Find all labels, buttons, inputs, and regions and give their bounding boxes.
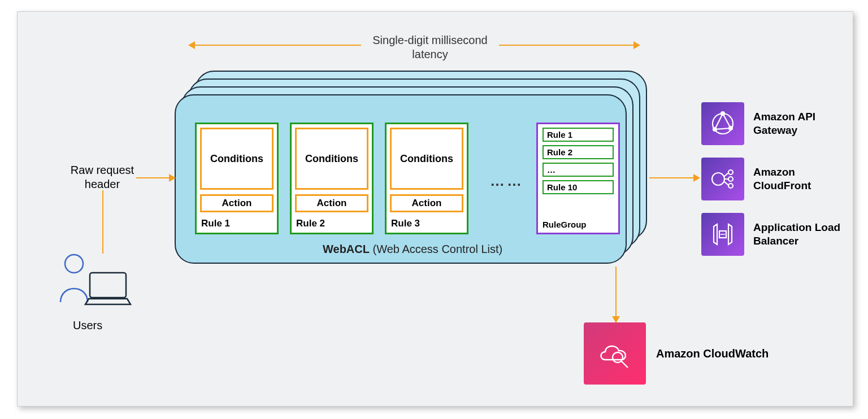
rule-3-label: Rule 3 [391, 218, 420, 229]
service-api-gateway-label: Amazon API Gateway [753, 110, 847, 137]
diagram-canvas: Single-digit millisecond latency Conditi… [17, 11, 853, 407]
svg-rect-1 [90, 273, 126, 298]
svg-point-0 [65, 255, 83, 273]
service-alb: Application Load Balancer [701, 213, 847, 256]
rulegroup-item-2: Rule 2 [542, 145, 614, 159]
webacl-caption-bold: WebACL [323, 243, 370, 255]
services-column: Amazon API Gateway Amazon CloudFront [701, 102, 847, 268]
rule-1: Conditions Action Rule 1 [195, 123, 279, 234]
cloudwatch-icon [584, 322, 646, 385]
rule-2: Conditions Action Rule 2 [290, 123, 374, 234]
latency-label: Single-digit millisecond latency [368, 33, 492, 62]
rule-2-label: Rule 2 [296, 218, 325, 229]
rule-3-conditions: Conditions [390, 128, 463, 190]
arrow-to-cloudwatch [615, 267, 617, 317]
users-label: Users [73, 319, 102, 332]
cloudwatch-label: Amazon CloudWatch [656, 347, 769, 361]
rule-3: Conditions Action Rule 3 [385, 123, 468, 234]
webacl-stack: Conditions Action Rule 1 Conditions Acti… [175, 71, 648, 264]
svg-point-7 [728, 170, 733, 174]
rule-1-conditions: Conditions [200, 128, 274, 190]
rule-1-label: Rule 1 [201, 218, 230, 229]
rules-row: Conditions Action Rule 1 Conditions Acti… [195, 123, 468, 234]
users-icon [53, 250, 132, 315]
svg-point-11 [613, 352, 623, 363]
svg-point-6 [712, 173, 724, 185]
alb-icon [701, 213, 744, 256]
rule-1-action: Action [200, 194, 274, 212]
rule-2-action: Action [295, 194, 368, 212]
latency-arrow-right [499, 45, 635, 46]
rulegroup: Rule 1 Rule 2 … Rule 10 RuleGroup [536, 123, 620, 234]
api-gateway-icon [701, 102, 744, 145]
latency-arrow-left [194, 45, 361, 46]
svg-point-9 [728, 184, 733, 188]
service-cloudfront: Amazon CloudFront [701, 158, 847, 200]
service-cloudfront-label: Amazon CloudFront [753, 165, 847, 193]
webacl-card-front: Conditions Action Rule 1 Conditions Acti… [175, 94, 627, 264]
cloudwatch-block: Amazon CloudWatch [584, 322, 769, 385]
cloudfront-icon [701, 158, 744, 200]
service-api-gateway: Amazon API Gateway [701, 102, 847, 145]
rulegroup-item-ellipsis: … [542, 163, 614, 177]
webacl-caption: WebACL (Web Access Control List) [323, 243, 502, 256]
webacl-caption-rest: (Web Access Control List) [370, 243, 502, 255]
rule-2-conditions: Conditions [295, 128, 368, 190]
rule-3-action: Action [390, 194, 463, 212]
arrow-to-services [649, 177, 695, 178]
service-alb-label: Application Load Balancer [753, 221, 847, 248]
ellipsis-dots: …… [490, 172, 524, 190]
svg-point-8 [728, 177, 733, 181]
rulegroup-item-10: Rule 10 [542, 180, 614, 194]
line-to-users [102, 190, 103, 254]
arrow-request [136, 177, 170, 178]
rulegroup-label: RuleGroup [542, 220, 587, 229]
rulegroup-item-1: Rule 1 [542, 128, 614, 142]
